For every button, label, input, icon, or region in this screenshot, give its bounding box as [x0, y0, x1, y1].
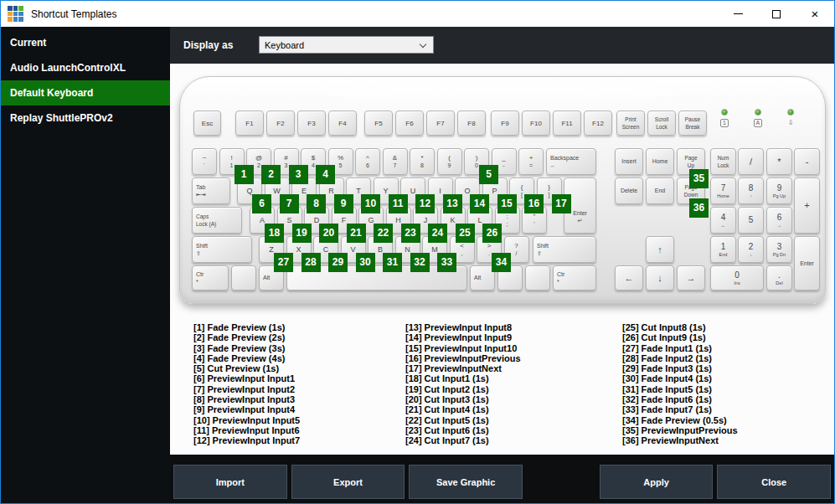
key-home[interactable]: Home — [646, 148, 674, 175]
key-f7[interactable]: F7 — [426, 111, 455, 136]
shortcut-entry: [3] Fade Preview (3s) — [193, 343, 300, 353]
key-menu[interactable] — [525, 265, 550, 291]
import-button[interactable]: Import — [173, 465, 287, 499]
app-icon-cell — [18, 12, 23, 17]
key-f3[interactable]: F3 — [297, 111, 326, 136]
key-tab[interactable]: Tab⇤⇥ — [192, 177, 230, 204]
key-backtick[interactable]: ~` — [192, 148, 217, 175]
key-f1[interactable]: F1 — [235, 111, 264, 136]
key-digit-6[interactable]: ^6 — [355, 148, 380, 175]
app-icon — [8, 6, 23, 22]
window-controls: × — [719, 1, 834, 27]
key-numpad-enter[interactable]: Enter — [794, 236, 820, 291]
key-digit-1[interactable]: !11 — [219, 148, 245, 175]
key-numpad-4[interactable]: 4← — [710, 207, 736, 234]
caps-lock-led-icon: A — [754, 119, 763, 127]
shortcut-entry: [28] Fade Input2 (1s) — [622, 353, 738, 363]
key-numpad-5[interactable]: 5 — [738, 207, 764, 234]
key-numpad-subtract[interactable]: - — [794, 148, 820, 175]
key-f2[interactable]: F2 — [266, 111, 295, 136]
key-page-up[interactable]: PageUp35 — [677, 148, 705, 175]
title-bar: Shortcut Templates × — [1, 1, 834, 27]
shortcut-badge-27: 27 — [274, 253, 293, 272]
shortcut-entry: [14] PreviewInput Input9 — [405, 332, 521, 342]
sidebar-item-replay-shuttleprov2[interactable]: Replay ShuttlePROv2 — [1, 105, 170, 131]
key-digit-9[interactable]: (9 — [437, 148, 462, 175]
key-numpad-6[interactable]: 6→ — [766, 207, 792, 234]
shortcut-entry: [27] Fade Input1 (1s) — [622, 343, 738, 353]
app-icon-cell — [13, 6, 18, 11]
shortcut-entry: [35] PreviewInputPrevious — [622, 425, 738, 435]
close-button[interactable]: Close — [717, 465, 831, 499]
key-caps-lock[interactable]: CapsLock (A) — [192, 207, 242, 234]
key-numpad-9[interactable]: 9Pg Up — [766, 177, 792, 204]
key-shift-right[interactable]: Shift⇧ — [533, 236, 596, 263]
key-f8[interactable]: F8 — [457, 111, 486, 136]
key-shift-left[interactable]: Shift⇧ — [192, 236, 252, 263]
app-icon-cell — [8, 12, 13, 17]
shortcut-badge-11: 11 — [389, 194, 408, 213]
key-arrow-right[interactable]: → — [677, 265, 705, 291]
key-scroll-lock[interactable]: ScrollLock — [647, 111, 676, 136]
shortcut-entry: [23] Cut Input6 (1s) — [405, 425, 521, 435]
sidebar-item-current[interactable]: Current — [1, 30, 170, 55]
key-digit-0[interactable]: )05 — [464, 148, 489, 175]
key-insert[interactable]: Insert — [615, 148, 643, 175]
key-numpad-divide[interactable]: / — [738, 148, 764, 175]
key-f11[interactable]: F11 — [553, 111, 581, 136]
sidebar-item-default-keyboard[interactable]: Default Keyboard — [1, 80, 170, 105]
key-numpad-8[interactable]: 8↑ — [738, 177, 764, 204]
key-f4[interactable]: F4 — [328, 111, 357, 136]
key-numpad-7[interactable]: 7Home — [710, 177, 736, 204]
shortcut-entry: [21] Cut Input4 (1s) — [405, 404, 521, 414]
close-icon: × — [812, 8, 819, 20]
key-ctrl-right[interactable]: Ctr* — [553, 265, 596, 291]
save-graphic-button[interactable]: Save Graphic — [409, 465, 523, 499]
key-delete[interactable]: Delete — [615, 177, 643, 204]
key-end[interactable]: End — [646, 177, 674, 204]
key-digit-7[interactable]: &7 — [383, 148, 408, 175]
app-icon-cell — [18, 6, 23, 11]
key-numpad-2[interactable]: 2↓ — [738, 236, 764, 263]
export-button[interactable]: Export — [291, 465, 405, 499]
shortcut-badge-34: 34 — [492, 253, 511, 272]
sidebar-item-audio-launchcontrolxl[interactable]: Audio LaunchControlXL — [1, 55, 170, 80]
key-numpad-decimal[interactable]: .Del — [766, 265, 792, 291]
key-pause-break[interactable]: PauseBreak — [678, 111, 707, 136]
caps-lock-led: A — [754, 109, 763, 127]
key-numpad-1[interactable]: 1End — [710, 236, 736, 263]
key-digit-8[interactable]: *8 — [410, 148, 435, 175]
scroll-lock-led-icon: ⇩ — [788, 119, 794, 126]
num-lock-led-icon: 1 — [720, 119, 729, 127]
close-button[interactable]: × — [796, 1, 834, 27]
key-win-left[interactable] — [231, 265, 256, 291]
key-f9[interactable]: F9 — [491, 111, 519, 136]
main-panel: Display as Keyboard EscF1F2F3F4F5F6F7F8F… — [170, 27, 835, 504]
key-f5[interactable]: F5 — [364, 111, 393, 136]
shortcut-entry: [5] Cut Preview (1s) — [193, 363, 300, 373]
key-backspace[interactable]: Backspace← — [546, 148, 596, 175]
key-numpad-add[interactable]: + — [794, 177, 820, 234]
shortcut-badge-14: 14 — [470, 194, 489, 213]
key-equals[interactable]: += — [518, 148, 544, 175]
shortcut-badge-8: 8 — [307, 194, 326, 213]
key-numpad-multiply[interactable]: * — [766, 148, 792, 175]
minimize-icon — [734, 13, 743, 14]
key-num-lock[interactable]: NumLock — [710, 148, 736, 175]
key-numpad-0[interactable]: 0Ins — [710, 265, 764, 291]
key-arrow-up[interactable]: ↑ — [646, 236, 674, 263]
key-print-screen[interactable]: PrintScreen — [616, 111, 645, 136]
apply-button[interactable]: Apply — [600, 465, 714, 499]
maximize-button[interactable] — [757, 1, 796, 27]
minimize-button[interactable] — [719, 1, 757, 27]
key-arrow-down[interactable]: ↓ — [646, 265, 674, 291]
key-ctrl-left[interactable]: Ctr* — [192, 265, 229, 291]
key-f12[interactable]: F12 — [584, 111, 612, 136]
key-f10[interactable]: F10 — [522, 111, 550, 136]
key-f6[interactable]: F6 — [395, 111, 424, 136]
key-numpad-3[interactable]: 3Pg Dn — [766, 236, 792, 263]
display-as-select[interactable]: Keyboard — [259, 36, 434, 54]
key-arrow-left[interactable]: ← — [615, 265, 643, 291]
shortcut-badge-24: 24 — [428, 224, 447, 243]
key-esc[interactable]: Esc — [193, 111, 221, 136]
